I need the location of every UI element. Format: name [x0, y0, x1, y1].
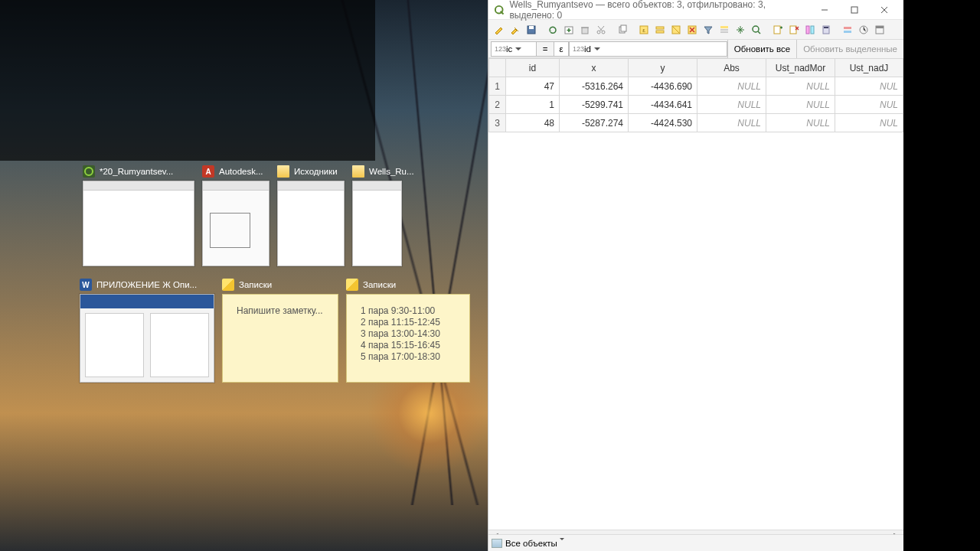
attribute-table[interactable]: id x y Abs Ust_nadMor Ust_nadJ 1 47-5316… — [488, 58, 903, 528]
new-field-icon[interactable] — [770, 22, 786, 37]
svg-rect-16 — [720, 26, 728, 28]
task-tile-autocad[interactable]: A Autodesk... — [202, 165, 270, 266]
expression-select-icon[interactable]: ε — [636, 22, 652, 37]
svg-rect-25 — [824, 27, 828, 28]
word-icon: W — [80, 279, 92, 291]
column-header[interactable]: y — [629, 59, 697, 77]
save-edits-icon[interactable] — [524, 22, 539, 37]
update-selected-button[interactable]: Обновить выделенные — [796, 40, 903, 58]
multi-edit-icon[interactable] — [508, 22, 523, 37]
column-header[interactable]: id — [506, 59, 560, 77]
field-selector-value: ic — [506, 44, 512, 54]
expression-value: id — [584, 44, 591, 54]
svg-rect-18 — [720, 31, 728, 33]
qgis-app-icon — [493, 4, 505, 16]
svg-rect-3 — [529, 26, 534, 29]
task-tile-label: Записки — [363, 280, 396, 289]
add-feature-icon[interactable] — [561, 22, 577, 37]
conditional-format-icon[interactable] — [840, 22, 855, 37]
update-all-button[interactable]: Обновить все — [727, 40, 796, 58]
task-tile-folder-source[interactable]: Исходники — [277, 165, 345, 266]
equals-label: = — [537, 41, 554, 57]
attribute-toolbar: ε — [488, 20, 903, 40]
task-tile-label: Записки — [239, 280, 272, 289]
table-row[interactable]: 1 47-5316.264-4436.690 NULLNULLNUL — [489, 77, 903, 96]
svg-rect-17 — [720, 29, 728, 31]
folder-icon — [277, 165, 289, 178]
task-tile-label: Wells_Ru... — [369, 167, 414, 176]
svg-rect-13 — [656, 31, 664, 33]
qgis-attribute-window: Wells_Rumyantsevo — всего объектов: 3, о… — [488, 0, 903, 551]
svg-rect-9 — [621, 25, 626, 31]
sticky-note-icon — [222, 279, 234, 291]
field-calculator-bar: 123 ic = ε 123 id Обновить все Обновить … — [488, 40, 903, 58]
qgis-icon — [83, 165, 95, 178]
task-tile-word[interactable]: W ПРИЛОЖЕНИЕ Ж Опи... — [80, 279, 214, 383]
column-header[interactable]: x — [560, 59, 629, 77]
svg-rect-1 — [851, 7, 858, 13]
organize-columns-icon[interactable] — [802, 22, 818, 37]
sticky-note-empty: Напишите заметку... — [222, 294, 338, 383]
window-titlebar[interactable]: Wells_Rumyantsevo — всего объектов: 3, о… — [488, 0, 903, 20]
expression-builder-button[interactable]: ε — [554, 41, 569, 57]
filter-mode-selector[interactable]: Все объекты — [505, 539, 564, 548]
task-tile-sticky-2[interactable]: Записки 1 пара 9:30-11:00 2 пара 11:15-1… — [346, 279, 470, 383]
sticky-note-icon — [346, 279, 358, 291]
window-title: Wells_Rumyantsevo — всего объектов: 3, о… — [509, 0, 810, 21]
reload-icon[interactable] — [545, 22, 560, 37]
select-all-icon[interactable] — [652, 22, 668, 37]
filter-icon[interactable] — [701, 22, 716, 37]
table-header-row: id x y Abs Ust_nadMor Ust_nadJ — [489, 59, 903, 77]
task-tile-label: Исходники — [294, 167, 338, 176]
dock-icon[interactable] — [872, 22, 887, 37]
pan-to-selected-icon[interactable] — [733, 22, 748, 37]
update-field-selector[interactable]: 123 ic — [491, 41, 537, 57]
task-tile-label: Autodesk... — [219, 167, 263, 176]
task-tile-label: ПРИЛОЖЕНИЕ Ж Опи... — [96, 280, 197, 289]
copy-icon[interactable] — [615, 22, 630, 37]
sticky-note-schedule: 1 пара 9:30-11:00 2 пара 11:15-12:45 3 п… — [346, 294, 470, 383]
delete-field-icon[interactable] — [786, 22, 802, 37]
task-tile-qgis[interactable]: *20_Rumyantsev... — [83, 165, 194, 266]
table-view-icon[interactable] — [492, 539, 502, 548]
task-tile-label: *20_Rumyantsev... — [100, 167, 173, 176]
autocad-icon: A — [202, 165, 214, 178]
delete-feature-icon[interactable] — [577, 22, 593, 37]
svg-text:ε: ε — [642, 27, 645, 34]
cut-icon[interactable] — [593, 22, 609, 37]
expression-input[interactable]: 123 id — [569, 41, 727, 57]
task-view-grid: *20_Rumyantsev... A Autodesk... Исходник… — [83, 165, 481, 395]
svg-rect-23 — [811, 26, 814, 34]
invert-selection-icon[interactable] — [668, 22, 684, 37]
column-header[interactable]: Ust_nadJ — [835, 59, 903, 77]
column-header[interactable]: Abs — [697, 59, 766, 77]
sticky-placeholder: Напишите заметку... — [237, 305, 323, 316]
column-header[interactable]: Ust_nadMor — [766, 59, 835, 77]
folder-icon — [352, 165, 364, 178]
table-row[interactable]: 2 1-5299.741-4434.641 NULLNULLNUL — [489, 96, 903, 114]
svg-rect-20 — [774, 26, 780, 34]
window-maximize-button[interactable] — [840, 0, 870, 20]
svg-rect-26 — [844, 27, 851, 29]
table-row[interactable]: 3 48-5287.274-4424.530 NULLNULLNUL — [489, 114, 903, 132]
desktop-dark-overlay — [0, 0, 375, 161]
task-tile-sticky-1[interactable]: Записки Напишите заметку... — [222, 279, 338, 383]
deselect-icon[interactable] — [684, 22, 700, 37]
toggle-edit-icon[interactable] — [492, 22, 507, 37]
svg-rect-27 — [844, 31, 851, 33]
window-close-button[interactable] — [869, 0, 899, 20]
actions-icon[interactable] — [856, 22, 871, 37]
svg-rect-22 — [806, 26, 809, 34]
svg-rect-5 — [582, 28, 588, 34]
svg-rect-12 — [656, 27, 664, 29]
svg-rect-30 — [876, 26, 884, 28]
desktop-task-view: *20_Rumyantsev... A Autodesk... Исходник… — [0, 0, 488, 551]
window-minimize-button[interactable] — [810, 0, 840, 20]
zoom-to-selected-icon[interactable] — [749, 22, 764, 37]
status-bar: Все объекты — [488, 534, 903, 551]
svg-point-19 — [753, 26, 759, 32]
task-tile-folder-wells[interactable]: Wells_Ru... — [352, 165, 414, 266]
field-calculator-icon[interactable] — [818, 22, 834, 37]
move-selection-top-icon[interactable] — [717, 22, 732, 37]
